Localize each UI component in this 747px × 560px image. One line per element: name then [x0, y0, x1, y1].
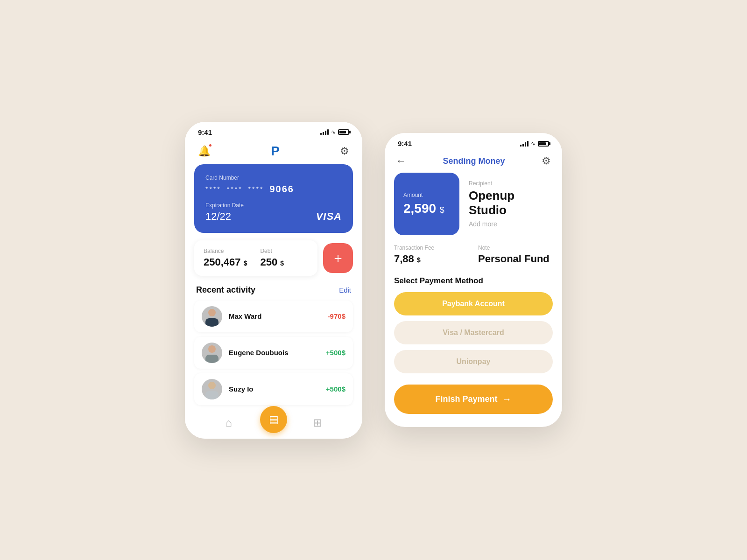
- avatar-max-ward: [202, 306, 222, 327]
- wifi-icon: ∿: [331, 129, 336, 135]
- amount-1: -970$: [328, 312, 345, 320]
- add-button[interactable]: ＋: [323, 243, 353, 273]
- status-time-2: 9:41: [398, 140, 412, 147]
- amount-2: +500$: [326, 349, 345, 357]
- arrow-right-icon: →: [502, 394, 512, 405]
- card-dots-1: ****: [205, 185, 221, 193]
- plus-icon: ＋: [331, 249, 345, 267]
- card-expiry-row: Expiration Date 12/22 VISA: [205, 202, 342, 223]
- contact-name-3: Suzy Io: [229, 385, 326, 393]
- phones-container: 9:41 ∿ 🔔 P ⚙: [185, 122, 562, 439]
- note-value: Personal Fund: [478, 253, 553, 265]
- payment-section-title: Select Payment Method: [385, 276, 562, 292]
- center-nav-button[interactable]: ▤: [260, 406, 287, 433]
- fee-value: 7,88 $: [394, 253, 469, 265]
- amount-3: +500$: [326, 385, 345, 393]
- avatar-eugene: [202, 343, 222, 363]
- fee-box: Transaction Fee 7,88 $: [394, 245, 469, 265]
- phone-2: 9:41 ∿ ← Sending Money ⚙: [385, 133, 562, 427]
- status-icons-2: ∿: [520, 140, 549, 147]
- wifi-icon-2: ∿: [531, 140, 536, 147]
- signal-icon-2: [520, 141, 529, 147]
- expiry-label: Expiration Date: [205, 202, 244, 209]
- card-brand: VISA: [316, 210, 342, 223]
- status-icons-1: ∿: [320, 129, 349, 135]
- contact-name-2: Eugene Doubuois: [229, 349, 326, 357]
- status-bar-2: 9:41 ∿: [385, 133, 562, 151]
- avatar-suzy: [202, 379, 222, 399]
- expiry-value: 12/22: [205, 210, 244, 223]
- bottom-nav-1: ⌂ ▤ ⊞: [185, 411, 362, 439]
- contact-name-1: Max Ward: [229, 312, 328, 320]
- home-icon[interactable]: ⌂: [225, 416, 232, 429]
- amount-value: 2,590 $: [403, 201, 450, 216]
- balance-value: 250,467 $: [204, 256, 247, 268]
- finish-payment-button[interactable]: Finish Payment →: [394, 385, 553, 414]
- fee-label: Transaction Fee: [394, 245, 469, 251]
- signal-icon: [320, 129, 329, 135]
- credit-card: Card Number **** **** **** 9066 Expirati…: [194, 164, 353, 233]
- edit-link[interactable]: Edit: [339, 286, 351, 294]
- list-item[interactable]: Suzy Io +500$: [194, 373, 353, 405]
- back-button[interactable]: ←: [396, 155, 406, 167]
- phone2-header: ← Sending Money ⚙: [385, 151, 562, 173]
- card-number-label: Card Number: [205, 175, 342, 181]
- amount-recipient-section: Amount 2,590 $ Recipient Openup Studio A…: [394, 173, 553, 235]
- app-logo: P: [271, 144, 280, 159]
- payment-methods-list: Paybank Account Visa / Mastercard Unionp…: [385, 292, 562, 373]
- card-dots-2: ****: [227, 185, 243, 193]
- fee-note-section: Transaction Fee 7,88 $ Note Personal Fun…: [394, 245, 553, 265]
- bell-icon[interactable]: 🔔: [198, 145, 211, 157]
- debt-value: 250 $: [260, 256, 284, 268]
- payment-option-visa[interactable]: Visa / Mastercard: [394, 321, 553, 344]
- battery-icon: [338, 129, 349, 135]
- list-item[interactable]: Eugene Doubuois +500$: [194, 337, 353, 369]
- balance-label: Balance: [204, 248, 247, 254]
- finish-payment-label: Finish Payment: [435, 394, 497, 404]
- recipient-box: Recipient Openup Studio Add more: [459, 173, 553, 235]
- notification-badge: [208, 143, 212, 147]
- note-box: Note Personal Fund: [478, 245, 553, 265]
- payment-option-unionpay[interactable]: Unionpay: [394, 350, 553, 373]
- balance-row: Balance 250,467 $ Debt 250 $: [194, 240, 353, 276]
- wallet-icon: ▤: [269, 413, 279, 426]
- card-last4: 9066: [269, 184, 294, 195]
- balance-card: Balance 250,467 $ Debt 250 $: [194, 240, 317, 276]
- recipient-name: Openup Studio: [469, 189, 543, 217]
- payment-option-paybank[interactable]: Paybank Account: [394, 292, 553, 315]
- settings-icon-2[interactable]: ⚙: [542, 155, 551, 167]
- recipient-label: Recipient: [469, 180, 543, 187]
- note-label: Note: [478, 245, 553, 251]
- screen-title: Sending Money: [443, 156, 505, 166]
- status-time-1: 9:41: [198, 128, 212, 136]
- activity-list: Max Ward -970$ Eugene Doubuois +500$ Suz…: [185, 301, 362, 405]
- recent-title: Recent activity: [196, 285, 255, 295]
- phone-1: 9:41 ∿ 🔔 P ⚙: [185, 122, 362, 439]
- add-more-link[interactable]: Add more: [469, 220, 543, 228]
- recent-activity-header: Recent activity Edit: [185, 285, 362, 301]
- battery-icon-2: [538, 141, 549, 147]
- debt-label: Debt: [260, 248, 284, 254]
- phone1-header: 🔔 P ⚙: [185, 140, 362, 164]
- amount-box: Amount 2,590 $: [394, 173, 459, 235]
- amount-label: Amount: [403, 192, 450, 198]
- list-item[interactable]: Max Ward -970$: [194, 301, 353, 332]
- card-dots-3: ****: [248, 185, 264, 193]
- status-bar-1: 9:41 ∿: [185, 122, 362, 140]
- settings-icon-1[interactable]: ⚙: [340, 145, 349, 157]
- card-number-row: **** **** **** 9066: [205, 184, 342, 195]
- transactions-icon[interactable]: ⊞: [313, 416, 322, 429]
